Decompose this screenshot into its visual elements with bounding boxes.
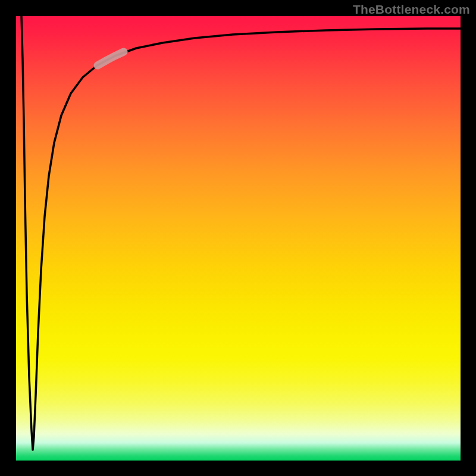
chart-frame: TheBottleneck.com bbox=[0, 0, 476, 476]
watermark-text: TheBottleneck.com bbox=[353, 2, 470, 17]
plot-area bbox=[16, 16, 461, 461]
